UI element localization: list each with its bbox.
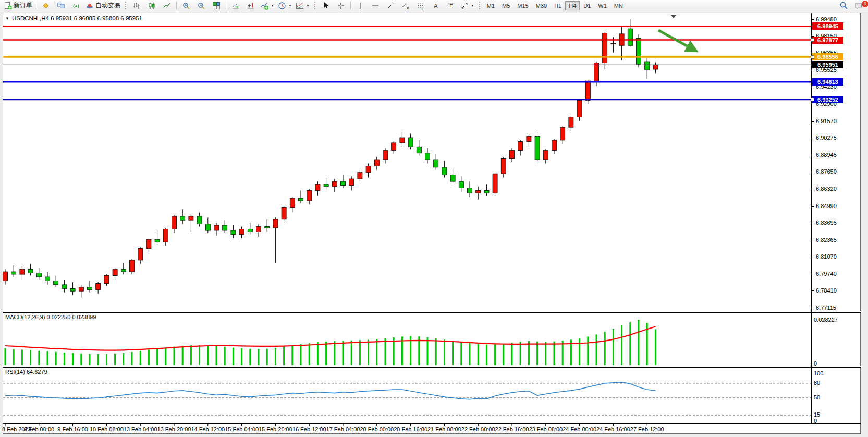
macd-panel-splitter[interactable] bbox=[3, 311, 861, 313]
timeframe-m1[interactable]: M1 bbox=[483, 1, 498, 10]
periods-button[interactable]: ▼ bbox=[276, 1, 294, 11]
new-order-label: 新订单 bbox=[14, 1, 32, 10]
timeframe-h1[interactable]: H1 bbox=[551, 1, 565, 10]
time-axis-label: 13 Feb 20:00 bbox=[157, 426, 191, 432]
resistance-line-2-tag[interactable]: 6.97877 bbox=[812, 37, 843, 44]
price-axis-tick-mark bbox=[811, 240, 814, 240]
price-axis-tick-mark bbox=[811, 138, 814, 138]
search-button[interactable] bbox=[836, 1, 851, 11]
terminal-button[interactable] bbox=[54, 1, 68, 11]
price-axis-tick: 6.91570 bbox=[816, 118, 837, 124]
metaeditor-button[interactable] bbox=[39, 1, 53, 11]
zoom-out-button[interactable] bbox=[194, 1, 209, 11]
candlestick-chart-button[interactable] bbox=[144, 1, 159, 11]
templates-button[interactable]: ▼ bbox=[294, 1, 311, 11]
time-axis-label: 10 Feb 08:00 bbox=[90, 426, 124, 432]
timeframe-h4[interactable]: H4 bbox=[565, 1, 580, 10]
time-axis-label: 15 Feb 20:00 bbox=[259, 426, 292, 432]
templates-icon bbox=[296, 2, 304, 10]
price-axis-tick: 6.81070 bbox=[816, 253, 837, 260]
rsi-scale-15: 15 bbox=[814, 411, 820, 418]
tile-windows-button[interactable] bbox=[209, 1, 224, 11]
chevron-down-icon: ▼ bbox=[471, 4, 474, 7]
line-chart-button[interactable] bbox=[160, 1, 174, 11]
chart-shift-icon bbox=[247, 2, 255, 10]
price-axis-tick-mark bbox=[811, 121, 814, 122]
timeframe-m30[interactable]: M30 bbox=[532, 1, 551, 10]
timeframe-m15[interactable]: M15 bbox=[514, 1, 532, 10]
bid-price-line-tag[interactable]: 6.95951 bbox=[812, 61, 843, 68]
support-line-2-handle[interactable] bbox=[811, 98, 814, 101]
horizontal-line-button[interactable] bbox=[368, 1, 383, 11]
crosshair-icon bbox=[337, 2, 345, 10]
pivot-line-handle[interactable] bbox=[811, 55, 814, 59]
time-axis-label: 24 Feb 00:00 bbox=[563, 426, 596, 432]
support-line-2-tag[interactable]: 6.93252 bbox=[812, 96, 843, 103]
timeframe-d1[interactable]: D1 bbox=[580, 1, 594, 10]
zoom-in-icon bbox=[182, 2, 190, 10]
bar-chart-button[interactable] bbox=[129, 1, 144, 11]
price-axis-tick: 6.87650 bbox=[816, 168, 837, 175]
time-axis-label: 16 Feb 12:00 bbox=[292, 426, 326, 432]
price-axis-tick: 6.78410 bbox=[816, 287, 837, 294]
toolbar-separator bbox=[176, 2, 177, 9]
macd-scale-min: 0 bbox=[814, 360, 817, 367]
rsi-panel-splitter[interactable] bbox=[3, 366, 861, 368]
time-axis-label: 24 Feb 16:00 bbox=[596, 426, 630, 432]
signals-button[interactable] bbox=[69, 1, 83, 11]
timeframe-mn[interactable]: MN bbox=[610, 1, 627, 10]
add-indicator-button[interactable]: ▼ bbox=[259, 1, 276, 11]
time-axis-label: 9 Feb 16:00 bbox=[57, 426, 88, 432]
autotrading-button[interactable]: 自动交易 bbox=[84, 1, 122, 11]
line-chart-icon bbox=[163, 2, 171, 10]
metaeditor-icon bbox=[42, 2, 50, 10]
fibonacci-button[interactable]: F bbox=[413, 1, 428, 11]
svg-text:A: A bbox=[434, 2, 438, 9]
pivot-line-tag[interactable]: 6.96556 bbox=[812, 53, 843, 60]
auto-scroll-button[interactable] bbox=[228, 1, 243, 11]
resistance-line-1-tag[interactable]: 6.98945 bbox=[812, 22, 843, 30]
chart-title-bar: ▼ USDCNH-,H4 6.95931 6.96085 6.95808 6.9… bbox=[5, 15, 142, 21]
time-axis-label: 22 Feb 00:00 bbox=[461, 426, 495, 432]
text-label-button[interactable]: T bbox=[444, 1, 458, 11]
time-axis-label: 13 Feb 04:00 bbox=[124, 426, 157, 432]
price-axis-tick: 6.88945 bbox=[816, 152, 837, 158]
price-axis-tick-mark bbox=[811, 308, 814, 308]
trendline-button[interactable] bbox=[383, 1, 398, 11]
chevron-down-icon: ▼ bbox=[306, 4, 310, 7]
svg-text:F: F bbox=[422, 7, 424, 10]
notifications-button[interactable]: 1 bbox=[851, 1, 866, 11]
text-icon: A bbox=[432, 2, 440, 10]
auto-scroll-icon bbox=[231, 2, 240, 10]
chart-canvas[interactable] bbox=[3, 13, 861, 434]
price-axis-tick: 6.83695 bbox=[816, 220, 837, 226]
timeframe-m5[interactable]: M5 bbox=[498, 1, 514, 10]
periods-clock-icon bbox=[278, 2, 286, 10]
rsi-scale-50: 50 bbox=[814, 394, 820, 400]
new-order-button[interactable]: 新订单 bbox=[2, 1, 34, 11]
fibonacci-icon: F bbox=[417, 2, 425, 10]
timeframe-w1[interactable]: W1 bbox=[594, 1, 610, 10]
price-axis-tick-mark bbox=[811, 104, 814, 104]
toolbar-separator bbox=[226, 2, 226, 9]
cursor-button[interactable] bbox=[319, 1, 333, 11]
text-label-icon: T bbox=[447, 2, 455, 10]
price-axis-tick-mark bbox=[811, 189, 814, 189]
notification-badge: 1 bbox=[862, 1, 868, 7]
price-axis-tick-mark bbox=[811, 87, 814, 87]
time-axis-label: 22 Feb 16:00 bbox=[495, 426, 529, 432]
equidistant-channel-button[interactable]: E bbox=[398, 1, 413, 11]
one-click-trading-toggle[interactable]: ▼ bbox=[5, 16, 9, 21]
trendline-icon bbox=[386, 2, 395, 10]
arrows-button[interactable]: ▼ bbox=[459, 1, 476, 11]
resistance-line-2-handle[interactable] bbox=[811, 38, 814, 42]
chart-title: USDCNH-,H4 6.95931 6.96085 6.95808 6.959… bbox=[12, 15, 142, 21]
crosshair-button[interactable] bbox=[334, 1, 348, 11]
vertical-line-button[interactable] bbox=[353, 1, 368, 11]
text-button[interactable]: A bbox=[429, 1, 443, 11]
zoom-in-button[interactable] bbox=[179, 1, 193, 11]
svg-text:E: E bbox=[407, 6, 409, 9]
support-line-1-tag[interactable]: 6.94613 bbox=[812, 78, 843, 86]
price-axis-tick: 6.99480 bbox=[816, 16, 837, 22]
chart-shift-button[interactable] bbox=[243, 1, 258, 11]
